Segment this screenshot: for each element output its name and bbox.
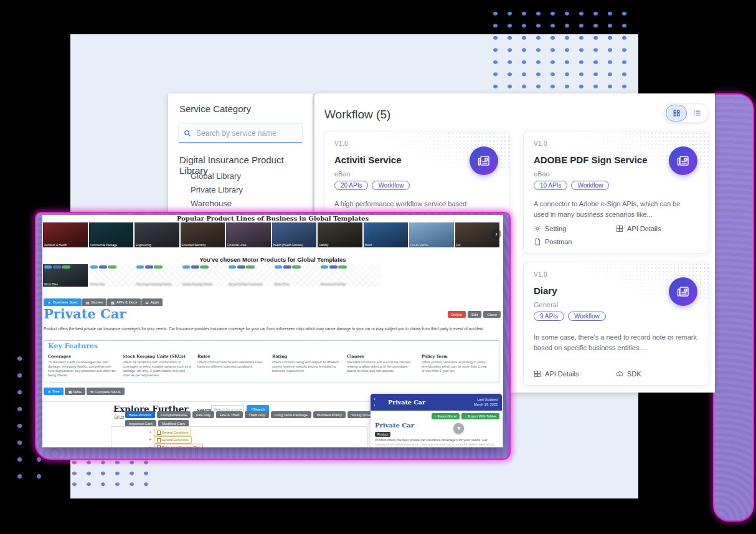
node-doc-icon bbox=[157, 446, 161, 448]
tile-motor[interactable]: Motor bbox=[364, 222, 409, 247]
tile-extended-warranty[interactable]: Extended Warranty bbox=[181, 222, 225, 247]
last-updated: Last Updated March 16, 2022 bbox=[474, 397, 498, 408]
feature-clauses: ClausesStandard inclusions and exclusion… bbox=[347, 354, 416, 378]
feature-header: Coverages bbox=[48, 354, 117, 359]
tile-engineering[interactable]: Engineering bbox=[135, 222, 179, 247]
sku-base-product[interactable]: Base Product bbox=[125, 411, 155, 418]
export-with-tables-button[interactable]: ↓Export With Tables bbox=[461, 413, 499, 419]
product-tree: + General Conditions + General Exclusion… bbox=[111, 426, 367, 447]
tile-health[interactable]: Health (Health Domain) bbox=[272, 222, 317, 247]
postman-link[interactable]: Postman bbox=[534, 238, 616, 246]
tile-liability[interactable]: Liability bbox=[318, 222, 362, 247]
tile-badges bbox=[182, 265, 209, 269]
view-toggle bbox=[664, 103, 709, 123]
sku-long-term[interactable]: Long Term Package bbox=[271, 411, 311, 418]
card-version: V1.0 bbox=[534, 271, 547, 278]
sku-bundled-policy[interactable]: Bundled Policy bbox=[313, 411, 346, 418]
carousel-next-button[interactable]: › bbox=[491, 229, 501, 239]
sidebar-item-private-library[interactable]: Private Library bbox=[191, 185, 243, 194]
expand-icon[interactable]: − bbox=[149, 445, 152, 447]
tile-financial-lines[interactable]: Financial Lines bbox=[226, 222, 271, 247]
tile-label: Motor Bike bbox=[44, 283, 58, 286]
table-view-button[interactable]: ▦ Table bbox=[65, 388, 86, 395]
product-badge: Product bbox=[375, 432, 390, 437]
feature-rating: RatingOffers common rating with respect … bbox=[272, 354, 341, 378]
tree-icon: ▲ bbox=[47, 389, 52, 393]
feature-skus: Stock Keeping Units (SKUs)Offers 14 vari… bbox=[123, 354, 192, 378]
edit-button[interactable]: Edit bbox=[468, 311, 481, 318]
sku-fire-theft[interactable]: Fire & Theft bbox=[216, 411, 243, 418]
grid-view-button[interactable] bbox=[666, 105, 687, 122]
tab-business-spec[interactable]: ▲Business Spec bbox=[44, 298, 82, 306]
tab-stories[interactable]: ▤Stories bbox=[82, 298, 106, 306]
tile-badges bbox=[44, 265, 70, 269]
tile-label: Passenger Carrying Vehicle bbox=[136, 283, 172, 286]
chevron-right-icon[interactable]: › bbox=[374, 403, 375, 408]
service-search-input[interactable] bbox=[195, 128, 297, 138]
expand-icon[interactable]: + bbox=[149, 430, 152, 435]
compare-skus-button[interactable]: ⇆ Compare SKUs bbox=[87, 388, 124, 395]
button-label: Export With Tables bbox=[468, 414, 496, 418]
tree-view-button[interactable]: ▲ Tree bbox=[44, 388, 64, 395]
export-excel-button[interactable]: ↓Export Excel bbox=[432, 413, 460, 419]
link-label: Postman bbox=[545, 238, 572, 246]
card-description: In some case, there's a need to record n… bbox=[534, 332, 697, 353]
tile-commercial-vehicle[interactable]: Commercial Vehicle bbox=[319, 264, 364, 287]
feature-text: Offers common referral and validations r… bbox=[197, 360, 267, 369]
link-label: API Details bbox=[545, 370, 579, 378]
api-details-link[interactable]: API Details bbox=[534, 370, 616, 378]
link-label: SDK bbox=[627, 370, 641, 378]
funnel-icon bbox=[456, 426, 461, 431]
tree-node-general-conditions[interactable]: + General Conditions bbox=[149, 429, 191, 436]
clone-button[interactable]: Clone bbox=[483, 311, 501, 318]
sku-comprehensive[interactable]: Comprehensive bbox=[157, 411, 191, 418]
chevron-left-icon[interactable]: ‹ bbox=[374, 397, 375, 401]
setting-link[interactable]: Setting bbox=[534, 225, 616, 232]
tree-node-general-exclusions[interactable]: + General Exclusions bbox=[149, 436, 192, 444]
list-view-icon bbox=[693, 109, 701, 117]
expand-icon[interactable]: + bbox=[149, 437, 152, 442]
tile-private-car[interactable]: Private Car bbox=[89, 264, 134, 287]
popular-lines-title: Popular Product Lines of Business in Glo… bbox=[42, 215, 503, 222]
sku-pill-list: Base Product Comprehensive Fire only Fir… bbox=[125, 411, 407, 427]
key-features-title: Key Features bbox=[48, 342, 98, 350]
tile-commercial-package[interactable]: Commercial Package bbox=[89, 222, 134, 247]
compare-icon: ⇆ bbox=[90, 390, 95, 394]
list-view-button[interactable] bbox=[687, 105, 707, 121]
sidebar-item-global-library[interactable]: Global Library bbox=[191, 171, 241, 181]
node-label: General Exclusions bbox=[162, 438, 189, 442]
sdk-link[interactable]: SDK bbox=[616, 370, 698, 378]
tile-label: Commercial Package bbox=[90, 244, 118, 247]
api-details-link[interactable]: API Details bbox=[616, 225, 698, 232]
filter-fab[interactable] bbox=[453, 423, 464, 434]
tile-motor-bike[interactable]: Motor Bike bbox=[43, 264, 88, 287]
tile-special-vehicles[interactable]: Special Vehicles Insurance bbox=[227, 264, 272, 287]
service-card-diary[interactable]: V1.0 Diary General 9 APIs Workflow In so… bbox=[523, 262, 709, 386]
feature-policy-term: Policy TermOffers product variations acc… bbox=[422, 354, 491, 378]
delete-button[interactable]: Delete bbox=[448, 311, 466, 318]
sku-theft-only[interactable]: Theft only bbox=[245, 411, 268, 418]
download-icon: ↓ bbox=[435, 414, 437, 418]
sku-fire-only[interactable]: Fire only bbox=[192, 411, 214, 418]
tile-motor-fleet[interactable]: Motor Fleet bbox=[273, 264, 318, 287]
sidebar-item-warehouse[interactable]: Warehouse bbox=[191, 199, 232, 208]
tab-apps[interactable]: ⊞Apps bbox=[141, 298, 163, 306]
card-description: A high performance workflow service base… bbox=[334, 199, 498, 209]
tile-goods-carrying[interactable]: Goods Carrying Vehicle bbox=[181, 264, 226, 287]
tile-accident-health[interactable]: Accident & Health bbox=[43, 222, 88, 247]
service-search-box[interactable] bbox=[178, 123, 303, 143]
node-label: Policy Level Coverage Plan bbox=[162, 446, 200, 447]
updated-label: Last Updated bbox=[474, 397, 498, 402]
tile-label: Motor Fleet bbox=[275, 283, 289, 286]
stories-icon: ▤ bbox=[86, 300, 90, 305]
updated-date: March 16, 2022 bbox=[474, 402, 498, 407]
tab-label: Business Spec bbox=[53, 300, 78, 304]
service-card-adobe-pdf-sign[interactable]: V1.0 ADOBE PDF Sign Service eBao 10 APIs… bbox=[523, 131, 709, 254]
tree-node-policy-level[interactable]: − Policy Level Coverage Plan bbox=[149, 444, 203, 447]
api-grid-icon bbox=[534, 370, 541, 378]
gear-icon bbox=[534, 225, 541, 232]
tile-passenger-carrying[interactable]: Passenger Carrying Vehicle bbox=[135, 264, 180, 287]
tab-apis-docs[interactable]: ▦APIs & Docs bbox=[107, 298, 141, 306]
tile-ocean-marine[interactable]: Ocean Marine bbox=[409, 222, 454, 247]
document-icon bbox=[534, 238, 541, 246]
